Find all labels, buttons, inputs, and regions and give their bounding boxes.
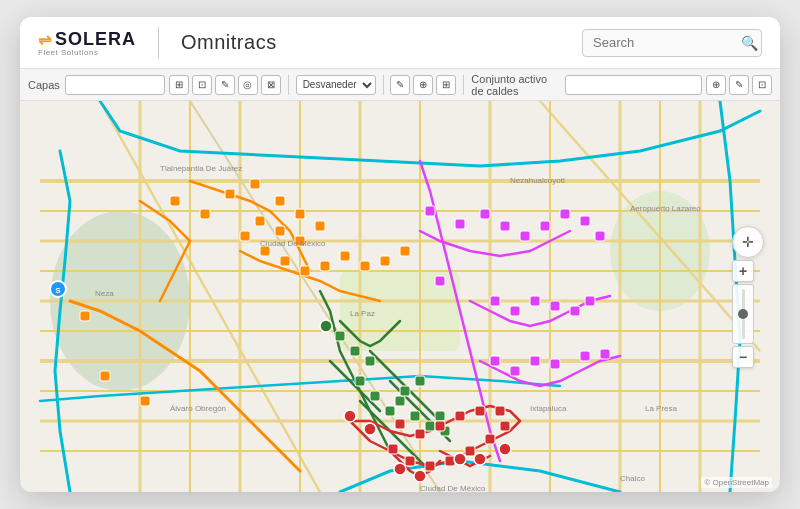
svg-text:La Paz: La Paz bbox=[350, 309, 375, 318]
svg-rect-43 bbox=[340, 251, 350, 261]
svg-rect-40 bbox=[280, 256, 290, 266]
svg-rect-63 bbox=[570, 306, 580, 316]
svg-rect-98 bbox=[435, 421, 445, 431]
svg-rect-97 bbox=[455, 411, 465, 421]
map-svg: S Tlalnepantla De Juárez Ciudad De Méxic… bbox=[20, 101, 780, 492]
svg-rect-61 bbox=[530, 296, 540, 306]
solera-sub-text: Fleet Solutions bbox=[38, 48, 98, 57]
svg-rect-96 bbox=[475, 406, 485, 416]
svg-rect-36 bbox=[275, 226, 285, 236]
svg-rect-49 bbox=[400, 246, 410, 256]
svg-text:Ixtapaluca: Ixtapaluca bbox=[530, 404, 567, 413]
svg-text:Ciudad De México: Ciudad De México bbox=[420, 484, 486, 492]
toolbar-btn-7[interactable]: ⊕ bbox=[413, 75, 433, 95]
svg-text:Chalco: Chalco bbox=[620, 474, 645, 483]
svg-rect-30 bbox=[225, 189, 235, 199]
svg-rect-34 bbox=[315, 221, 325, 231]
svg-rect-48 bbox=[80, 311, 90, 321]
svg-text:S: S bbox=[55, 286, 61, 295]
svg-rect-45 bbox=[380, 256, 390, 266]
zoom-slider[interactable] bbox=[732, 284, 754, 344]
zoom-track bbox=[742, 289, 745, 339]
toolbar-btn-9[interactable]: ⊕ bbox=[706, 75, 726, 95]
logo-area: ⇌ SOLERA Fleet Solutions Omnitracs bbox=[38, 27, 277, 59]
svg-rect-37 bbox=[255, 216, 265, 226]
layers-input[interactable] bbox=[65, 75, 165, 95]
svg-rect-42 bbox=[320, 261, 330, 271]
search-box[interactable]: 🔍 bbox=[582, 29, 762, 57]
svg-rect-82 bbox=[435, 411, 445, 421]
solera-brand-text: SOLERA bbox=[55, 29, 136, 50]
svg-rect-80 bbox=[410, 411, 420, 421]
svg-rect-52 bbox=[480, 209, 490, 219]
toolbar-btn-5[interactable]: ⊠ bbox=[261, 75, 281, 95]
zoom-out-button[interactable]: − bbox=[732, 346, 754, 368]
svg-rect-64 bbox=[585, 296, 595, 306]
toolbar-buttons: ⊞ ⊡ ✎ ◎ ⊠ bbox=[169, 75, 281, 95]
svg-point-101 bbox=[454, 453, 466, 465]
toolbar-icons-2: ✎ ⊕ ⊞ bbox=[390, 75, 456, 95]
active-set-label: Conjunto activo de caldes bbox=[471, 73, 560, 97]
desvanecer-dropdown[interactable]: Desvaneder bbox=[296, 75, 376, 95]
app-title: Omnitracs bbox=[181, 31, 277, 54]
toolbar-sep-3 bbox=[463, 75, 464, 95]
svg-text:Aeropuerto Lazareo: Aeropuerto Lazareo bbox=[630, 204, 701, 213]
layers-section: Capas bbox=[28, 75, 165, 95]
svg-rect-68 bbox=[550, 359, 560, 369]
svg-rect-65 bbox=[490, 356, 500, 366]
svg-text:La Presa: La Presa bbox=[645, 404, 678, 413]
svg-point-87 bbox=[364, 423, 376, 435]
svg-rect-28 bbox=[170, 196, 180, 206]
toolbar-icons-3: ⊕ ✎ ⊡ bbox=[706, 75, 772, 95]
toolbar-sep-1 bbox=[288, 75, 289, 95]
svg-rect-74 bbox=[350, 346, 360, 356]
svg-rect-78 bbox=[385, 406, 395, 416]
map-container[interactable]: S Tlalnepantla De Juárez Ciudad De Méxic… bbox=[20, 101, 780, 492]
toolbar-sep-2 bbox=[383, 75, 384, 95]
zoom-in-button[interactable]: + bbox=[732, 260, 754, 282]
svg-point-104 bbox=[394, 463, 406, 475]
svg-rect-77 bbox=[370, 391, 380, 401]
svg-rect-60 bbox=[510, 306, 520, 316]
svg-rect-32 bbox=[275, 196, 285, 206]
compass-icon: ✛ bbox=[742, 234, 754, 250]
svg-rect-89 bbox=[405, 456, 415, 466]
compass-button[interactable]: ✛ bbox=[732, 226, 764, 258]
svg-rect-92 bbox=[465, 446, 475, 456]
svg-rect-55 bbox=[540, 221, 550, 231]
layers-label: Capas bbox=[28, 79, 60, 91]
svg-point-72 bbox=[320, 320, 332, 332]
search-icon: 🔍 bbox=[741, 35, 758, 51]
svg-rect-88 bbox=[388, 444, 398, 454]
toolbar-btn-6[interactable]: ✎ bbox=[390, 75, 410, 95]
svg-rect-76 bbox=[355, 376, 365, 386]
toolbar-btn-2[interactable]: ⊡ bbox=[192, 75, 212, 95]
logo-divider bbox=[158, 27, 159, 59]
svg-point-103 bbox=[499, 443, 511, 455]
toolbar-btn-11[interactable]: ⊡ bbox=[752, 75, 772, 95]
toolbar-btn-1[interactable]: ⊞ bbox=[169, 75, 189, 95]
svg-text:Ciudad De México: Ciudad De México bbox=[260, 239, 326, 248]
toolbar-btn-3[interactable]: ✎ bbox=[215, 75, 235, 95]
svg-rect-79 bbox=[395, 396, 405, 406]
active-set-section: Conjunto activo de caldes bbox=[471, 73, 702, 97]
search-input[interactable] bbox=[593, 35, 733, 50]
svg-rect-85 bbox=[415, 376, 425, 386]
toolbar-btn-10[interactable]: ✎ bbox=[729, 75, 749, 95]
svg-text:Tlalnepantla De Juárez: Tlalnepantla De Juárez bbox=[160, 164, 242, 173]
svg-rect-54 bbox=[520, 231, 530, 241]
svg-rect-38 bbox=[240, 231, 250, 241]
svg-rect-46 bbox=[100, 371, 110, 381]
active-set-input[interactable] bbox=[565, 75, 702, 95]
svg-rect-53 bbox=[500, 221, 510, 231]
svg-rect-62 bbox=[550, 301, 560, 311]
svg-point-86 bbox=[344, 410, 356, 422]
toolbar-dropdown-section: Desvaneder bbox=[296, 75, 376, 95]
svg-rect-58 bbox=[595, 231, 605, 241]
svg-rect-47 bbox=[140, 396, 150, 406]
search-area: 🔍 bbox=[582, 29, 762, 57]
svg-rect-69 bbox=[580, 351, 590, 361]
toolbar-btn-4[interactable]: ◎ bbox=[238, 75, 258, 95]
toolbar-btn-8[interactable]: ⊞ bbox=[436, 75, 456, 95]
zoom-controls: ✛ + − bbox=[732, 226, 764, 368]
